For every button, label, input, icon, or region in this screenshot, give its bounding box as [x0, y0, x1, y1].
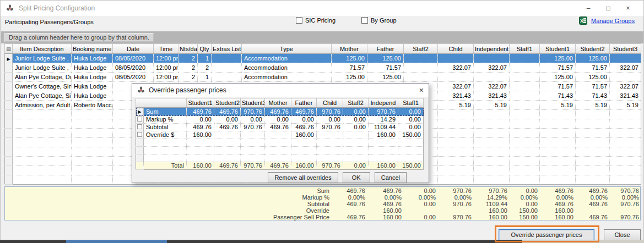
column-header[interactable]: Staff1	[510, 44, 540, 54]
column-header[interactable]: Staff2	[343, 98, 369, 108]
column-header[interactable]: Time	[154, 44, 178, 54]
column-header[interactable]: Mother	[265, 98, 291, 108]
column-header[interactable]: Nts/days	[178, 44, 198, 54]
override-row-sum[interactable]: ▶Sum469.76469.76970.76469.76469.76970.76…	[136, 108, 424, 116]
cell[interactable]: 970.76	[241, 108, 265, 116]
cell[interactable]: 469.76	[214, 124, 241, 131]
cell[interactable]: 469.76	[265, 124, 291, 131]
cell[interactable]: 469.76	[265, 108, 291, 116]
by-group-checkbox[interactable]: By Group	[361, 17, 396, 24]
cell[interactable]: 469.76	[187, 124, 214, 131]
column-header[interactable]: Staff2	[404, 44, 438, 54]
column-header[interactable]: Student1	[540, 44, 576, 54]
grid-row[interactable]: ▶Junior Lodge Suite , DoubleHuka Lodge08…	[5, 54, 641, 63]
customize-icon[interactable]: ▤	[5, 44, 13, 54]
column-header[interactable]: Type	[242, 44, 332, 54]
close-button[interactable]: Close	[604, 229, 641, 241]
cell: 71.43	[576, 91, 610, 101]
cell[interactable]: 0.00	[214, 116, 241, 124]
cell[interactable]: 0.00	[343, 124, 369, 131]
override-row-markup[interactable]: Markup %0.000.000.000.000.000.000.0014.2…	[136, 116, 424, 124]
cell: 125.00	[332, 54, 367, 63]
column-header[interactable]: Staff1	[398, 98, 424, 108]
cell[interactable]: 0.00	[398, 108, 424, 116]
cancel-button[interactable]: Cancel	[375, 172, 407, 183]
column-header[interactable]: Qty	[198, 44, 212, 54]
summary-label: Sum	[5, 187, 332, 194]
cell[interactable]: 0.00	[291, 116, 317, 124]
maximize-icon[interactable]: □	[598, 4, 618, 12]
cell	[404, 54, 438, 63]
cell[interactable]: 0.00	[265, 116, 291, 124]
cell[interactable]: 469.76	[291, 124, 317, 131]
cell[interactable]	[317, 131, 343, 139]
cell[interactable]: 0.00	[398, 124, 424, 131]
summary-label: Subtotal	[5, 201, 332, 207]
column-header[interactable]: Item Description	[13, 44, 72, 54]
cell[interactable]: 469.76	[187, 108, 214, 116]
cell[interactable]: 160.00	[369, 131, 398, 139]
cell[interactable]	[241, 131, 265, 139]
column-header[interactable]: Child	[438, 44, 474, 54]
column-header[interactable]: Extras List	[212, 44, 242, 54]
cell[interactable]	[265, 131, 291, 139]
cell: 5.19	[474, 101, 510, 110]
column-header[interactable]: Student1	[187, 98, 214, 108]
by-group-checkbox-box[interactable]	[361, 17, 368, 24]
cell[interactable]: 14.29	[369, 116, 398, 124]
cell[interactable]: 970.76	[317, 108, 343, 116]
cell[interactable]: 0.00	[317, 116, 343, 124]
column-header[interactable]: Student3	[610, 44, 641, 54]
column-header[interactable]: Independ	[369, 98, 398, 108]
cell[interactable]: 1109.44	[369, 124, 398, 131]
remove-all-overrides-button[interactable]: Remove all overrides	[268, 172, 338, 183]
cell[interactable]: 0.00	[187, 116, 214, 124]
cell[interactable]: 150.00	[398, 131, 424, 139]
group-by-bar[interactable]: Drag a column header here to group by th…	[1, 31, 643, 43]
cell[interactable]: 160.00	[187, 131, 214, 139]
row-box-icon	[137, 117, 142, 122]
sic-pricing-checkbox-box[interactable]	[296, 17, 302, 24]
dialog-close-icon[interactable]: ×	[419, 86, 424, 94]
column-header[interactable]: Mother	[332, 44, 367, 54]
ok-button[interactable]: OK	[343, 172, 370, 183]
cell[interactable]: 160.00	[291, 131, 317, 139]
grid-row[interactable]: Alan Pye Cottage, DoubleHuka Lodge08/05/…	[5, 73, 641, 82]
row-indicator	[5, 91, 13, 101]
cell[interactable]: 970.76	[369, 108, 398, 116]
grid-row[interactable]: Junior Lodge Suite , SingleHuka Lodge08/…	[5, 63, 641, 73]
column-header[interactable]: Student2	[214, 98, 241, 108]
cell[interactable]: 0.00	[343, 108, 369, 116]
column-header[interactable]: Father	[291, 98, 317, 108]
section-label: Participating Passengers/Groups	[5, 19, 94, 25]
column-header[interactable]: Student2	[576, 44, 610, 54]
column-header[interactable]: Father	[367, 44, 404, 54]
column-header[interactable]: Student3	[241, 98, 265, 108]
cell[interactable]: 469.76	[291, 108, 317, 116]
cell[interactable]: 970.76	[241, 124, 265, 131]
column-header[interactable]: Date	[113, 44, 154, 54]
cell: 321.43	[474, 91, 510, 101]
cell[interactable]	[214, 131, 241, 139]
row-indicator	[5, 63, 13, 73]
sic-pricing-checkbox[interactable]: SIC Pricing	[296, 17, 335, 24]
column-header[interactable]: Booking name	[72, 44, 113, 54]
cell: 125.00	[540, 54, 576, 63]
close-icon[interactable]: ×	[618, 4, 638, 12]
summary-label: Markup %	[5, 194, 332, 201]
cell[interactable]: 970.76	[317, 124, 343, 131]
cell: Junior Lodge Suite , Single	[13, 63, 72, 73]
cell[interactable]: 0.00	[398, 116, 424, 124]
column-header[interactable]: Independent	[474, 44, 510, 54]
cell[interactable]: 469.76	[214, 108, 241, 116]
override-row-subtotal[interactable]: Subtotal469.76469.76970.76469.76469.7697…	[136, 124, 424, 131]
override-row-override[interactable]: Override $160.00160.00160.00150.00	[136, 131, 424, 139]
minimize-icon[interactable]: –	[578, 4, 598, 12]
cell[interactable]	[343, 131, 369, 139]
cell[interactable]: 0.00	[343, 116, 369, 124]
manage-groups-link[interactable]: Manage Groups	[591, 18, 635, 24]
by-group-label: By Group	[371, 17, 396, 24]
column-header[interactable]: Child	[317, 98, 343, 108]
cell	[610, 73, 641, 82]
cell[interactable]: 0.00	[241, 116, 265, 124]
